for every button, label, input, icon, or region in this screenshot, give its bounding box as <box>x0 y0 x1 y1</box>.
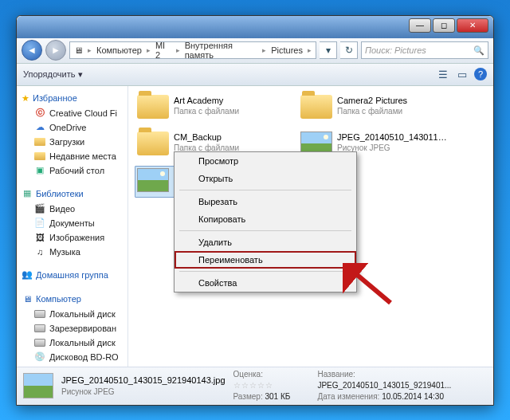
sidebar-item-documents[interactable]: 📄Документы <box>17 216 128 230</box>
chevron-right-icon: ▸ <box>260 46 269 54</box>
rating-label: Оценка: <box>233 370 263 379</box>
sidebar-item-local-disk[interactable]: Локальный диск <box>17 307 128 321</box>
status-filetype: Рисунок JPEG <box>61 387 226 397</box>
libraries-header[interactable]: ▦Библиотеки <box>17 186 128 202</box>
help-button[interactable]: ? <box>474 68 487 80</box>
computer-icon: 🖥 <box>22 293 33 304</box>
address-bar[interactable]: 🖥 ▸ Компьютер ▸ MI 2 ▸ Внутренняя память… <box>69 41 316 59</box>
sidebar-item-desktop[interactable]: ▣Рабочий стол <box>17 163 128 178</box>
sidebar-item-bd-rom[interactable]: 💿Дисковод BD-RO <box>17 350 128 364</box>
sidebar-item-onedrive[interactable]: ☁OneDrive <box>17 120 128 135</box>
menu-item-rename[interactable]: Переименовать <box>175 251 356 269</box>
drive-icon <box>34 308 45 320</box>
preview-thumbnail-icon <box>23 373 53 398</box>
sidebar-item-local-disk-2[interactable]: Локальный диск <box>17 336 128 350</box>
cloud-icon: ☁ <box>34 122 45 133</box>
document-icon: 📄 <box>34 218 45 229</box>
date-label: Дата изменения: <box>317 392 379 401</box>
toolbar: Упорядочить ▾ ☰ ▭ ? <box>17 64 493 86</box>
search-icon: 🔍 <box>473 45 484 56</box>
drive-icon <box>34 323 45 334</box>
computer-icon: 🖥 <box>72 45 85 55</box>
refresh-button[interactable]: ↻ <box>340 41 358 59</box>
sidebar-item-music[interactable]: ♫Музыка <box>17 245 128 259</box>
chevron-right-icon: ▸ <box>305 46 314 54</box>
sidebar-item-videos[interactable]: 🎬Видео <box>17 202 128 216</box>
drive-icon <box>34 337 45 348</box>
menu-separator <box>179 190 351 190</box>
menu-item-cut[interactable]: Вырезать <box>175 193 356 210</box>
sidebar-item-recent[interactable]: Недавние места <box>17 149 128 163</box>
date-value: 10.05.2014 14:30 <box>382 392 444 401</box>
folder-icon <box>137 131 169 155</box>
favorites-header[interactable]: ★Избранное <box>17 91 128 106</box>
chevron-right-icon: ▸ <box>85 46 94 54</box>
refresh-button[interactable]: ▾ <box>320 41 337 59</box>
folder-icon <box>137 95 169 119</box>
menu-item-open[interactable]: Открыть <box>175 170 356 187</box>
chevron-right-icon: ▸ <box>174 46 182 54</box>
desktop-icon: ▣ <box>34 165 45 176</box>
folder-icon <box>34 151 45 162</box>
sidebar-item-creative-cloud[interactable]: ⓒCreative Cloud Fi <box>17 106 128 120</box>
breadcrumb-part[interactable]: MI 2 <box>153 41 174 60</box>
menu-item-view[interactable]: Просмотр <box>175 152 356 170</box>
breadcrumb-part[interactable]: Pictures <box>269 45 305 55</box>
titlebar: — ◻ ✕ <box>17 16 493 38</box>
sidebar-item-reserved[interactable]: Зарезервирован <box>17 321 128 336</box>
folder-icon <box>34 136 45 147</box>
file-name: Art Academy <box>174 95 239 106</box>
breadcrumb-part[interactable]: Внутренняя память <box>182 41 261 60</box>
homegroup-icon: 👥 <box>22 269 33 281</box>
name-label: Название: <box>317 370 355 379</box>
size-value: 301 КБ <box>265 392 290 401</box>
computer-header[interactable]: 🖥Компьютер <box>17 291 128 307</box>
video-icon: 🎬 <box>34 203 45 214</box>
folder-item[interactable]: Camera2 PicturesПапка с файлами <box>298 92 453 124</box>
music-icon: ♫ <box>34 246 45 257</box>
organize-menu[interactable]: Упорядочить ▾ <box>23 69 83 80</box>
homegroup-header[interactable]: 👥Домашняя группа <box>17 267 128 283</box>
file-name: Camera2 Pictures <box>337 95 407 106</box>
folder-item[interactable]: Art AcademyПапка с файлами <box>135 92 290 124</box>
chevron-down-icon: ▾ <box>78 69 83 80</box>
library-icon: ▦ <box>22 188 33 199</box>
rating-stars[interactable]: ☆☆☆☆☆ <box>233 381 273 390</box>
navigation-bar: ◄ ► 🖥 ▸ Компьютер ▸ MI 2 ▸ Внутренняя па… <box>17 38 493 64</box>
menu-separator <box>179 230 351 231</box>
folder-icon <box>300 95 332 119</box>
navigation-pane: ★Избранное ⓒCreative Cloud Fi ☁OneDrive … <box>17 86 128 367</box>
context-menu: Просмотр Открыть Вырезать Копировать Уда… <box>174 151 357 292</box>
file-type: Папка с файлами <box>337 106 407 116</box>
file-type: Папка с файлами <box>174 106 239 116</box>
adobe-icon: ⓒ <box>34 108 45 119</box>
menu-item-properties[interactable]: Свойства <box>175 274 356 292</box>
menu-item-copy[interactable]: Копировать <box>175 210 356 228</box>
size-label: Размер: <box>233 392 263 401</box>
menu-item-delete[interactable]: Удалить <box>175 234 356 251</box>
image-icon: 🖼 <box>34 232 45 243</box>
search-input[interactable]: Поиск: Pictures 🔍 <box>361 41 488 59</box>
file-name: CM_Backup <box>174 131 239 143</box>
breadcrumb-part[interactable]: Компьютер <box>94 45 144 55</box>
file-name: JPEG_20140510_143011_-1468319931.jpg <box>337 131 451 143</box>
toolbar-label: Упорядочить <box>23 69 75 79</box>
status-filename: JPEG_20140510_143015_921940143.jpg <box>61 375 226 386</box>
star-icon: ★ <box>22 93 29 104</box>
sidebar-item-downloads[interactable]: Загрузки <box>17 135 128 149</box>
close-button[interactable]: ✕ <box>457 18 488 33</box>
forward-button[interactable]: ► <box>45 40 66 61</box>
minimize-button[interactable]: — <box>409 18 431 33</box>
menu-separator <box>179 271 351 272</box>
chevron-right-icon: ▸ <box>144 46 153 54</box>
disc-icon: 💿 <box>34 351 45 363</box>
name-value: JPEG_20140510_143015_9219401... <box>317 381 451 390</box>
search-placeholder: Поиск: Pictures <box>365 45 426 55</box>
preview-pane-button[interactable]: ▭ <box>455 67 469 81</box>
maximize-button[interactable]: ◻ <box>433 18 455 33</box>
details-pane: JPEG_20140510_143015_921940143.jpg Рисун… <box>17 367 493 405</box>
back-button[interactable]: ◄ <box>22 40 42 61</box>
view-options-button[interactable]: ☰ <box>436 67 450 81</box>
image-thumbnail-icon <box>137 168 169 192</box>
sidebar-item-images[interactable]: 🖼Изображения <box>17 230 128 245</box>
